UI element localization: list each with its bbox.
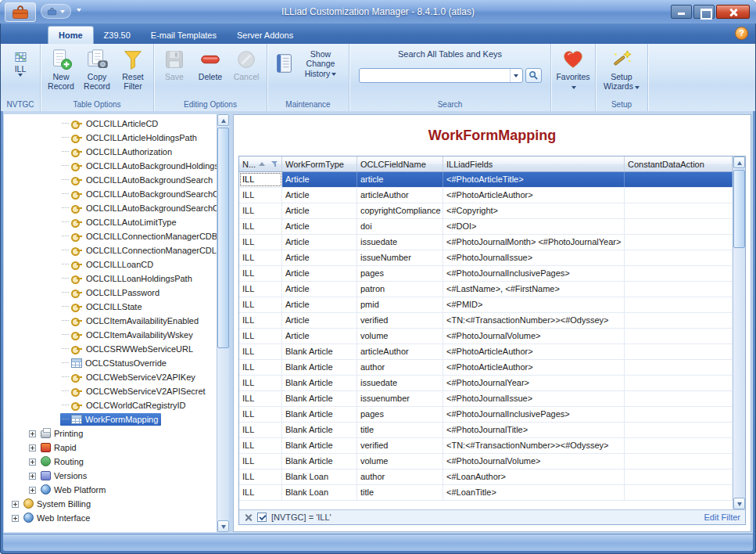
cell-constantdataaction[interactable] — [625, 188, 733, 203]
cell-workformtype[interactable]: Article — [282, 188, 357, 203]
cell-workformtype[interactable]: Article — [282, 250, 357, 265]
cell-illiadfields[interactable]: <#PhotoJournalMonth> <#PhotoJournalYear> — [443, 235, 625, 250]
cell-illiadfields[interactable]: <TN:<#TransactionNumber>><#Odyssey> — [443, 313, 625, 328]
scroll-down-button[interactable] — [733, 498, 745, 509]
table-row[interactable]: ILL Article copyrightCompliance <#Copyri… — [239, 203, 733, 219]
column-header[interactable]: ILLiadFields — [443, 156, 625, 171]
cell-workformtype[interactable]: Article — [282, 329, 357, 344]
qat-customize-arrow-icon[interactable] — [77, 9, 81, 12]
cell-illiadfields[interactable]: <#LoanAuthor> — [443, 469, 625, 484]
tree-item[interactable]: OCLCILLConnectionManagerCDB... — [4, 229, 217, 243]
ribbon-tab[interactable]: Home — [48, 26, 94, 44]
cell-constantdataaction[interactable] — [625, 344, 733, 359]
cell-constantdataaction[interactable] — [625, 313, 733, 328]
expander-icon[interactable] — [29, 430, 36, 437]
cell-workformtype[interactable]: Blank Article — [282, 391, 357, 406]
column-header[interactable]: WorkFormType — [282, 156, 357, 171]
cell-constantdataaction[interactable] — [625, 376, 733, 390]
favorites-button[interactable]: Favorites — [554, 45, 593, 92]
cell-oclcfieldname[interactable]: issuedate — [357, 376, 443, 390]
cell-constantdataaction[interactable] — [625, 485, 733, 500]
delete-button[interactable]: Delete — [192, 45, 228, 82]
column-header[interactable]: OCLCFieldName — [357, 156, 443, 171]
tree-item[interactable]: OCLCILLLoanHoldingsPath — [4, 272, 217, 286]
cell-oclcfieldname[interactable]: author — [357, 360, 443, 375]
tree-item[interactable]: OCLCILLAutoLimitType — [4, 215, 217, 229]
cell-oclcfieldname[interactable]: volume — [357, 454, 443, 469]
cell-workformtype[interactable]: Article — [282, 297, 357, 312]
cell-constantdataaction[interactable] — [625, 407, 733, 422]
cell-nvtgc[interactable]: ILL — [239, 438, 282, 453]
scroll-down-button[interactable] — [217, 520, 229, 532]
cell-constantdataaction[interactable] — [625, 454, 733, 469]
ribbon-tab[interactable]: Z39.50 — [94, 27, 141, 44]
search-combobox[interactable] — [359, 68, 523, 83]
grid-scrollbar[interactable] — [733, 156, 745, 509]
cell-nvtgc[interactable]: ILL — [239, 250, 282, 265]
cell-workformtype[interactable]: Blank Article — [282, 376, 357, 390]
cell-illiadfields[interactable]: <TN:<#TransactionNumber>><#Odyssey> — [443, 438, 625, 453]
cell-oclcfieldname[interactable]: title — [357, 423, 443, 437]
table-row[interactable]: ILL Article pmid <#PMID> — [239, 297, 733, 313]
cell-oclcfieldname[interactable]: author — [357, 469, 443, 484]
tree-item[interactable]: OCLCILLState — [4, 300, 217, 314]
cell-nvtgc[interactable]: ILL — [239, 344, 282, 359]
cell-constantdataaction[interactable] — [625, 423, 733, 437]
tree-item[interactable]: OCLCILLAutoBackgroundSearchO... — [4, 187, 217, 201]
cell-nvtgc[interactable]: ILL — [239, 376, 282, 390]
cell-nvtgc[interactable]: ILL — [239, 469, 282, 484]
tree-item[interactable]: OCLCILLAutoBackgroundSearch — [4, 173, 217, 187]
cell-workformtype[interactable]: Blank Article — [282, 438, 357, 453]
qat-dropdown-icon[interactable] — [60, 10, 65, 13]
table-row[interactable]: ILL Article doi <#DOI> — [239, 219, 733, 235]
help-button[interactable] — [735, 27, 748, 40]
tree-item[interactable]: System Billing — [4, 497, 217, 511]
column-header[interactable]: N... — [239, 156, 282, 171]
table-row[interactable]: ILL Blank Article articleAuthor <#PhotoA… — [239, 344, 733, 360]
cell-nvtgc[interactable]: ILL — [239, 203, 282, 218]
tree-item[interactable]: OCLCILLArticleCD — [4, 117, 217, 131]
cell-oclcfieldname[interactable]: pmid — [357, 297, 443, 312]
tree-item[interactable]: WorkFormMapping — [4, 412, 217, 426]
filter-enabled-checkbox[interactable] — [257, 513, 267, 522]
cell-constantdataaction[interactable] — [625, 438, 733, 453]
cell-oclcfieldname[interactable]: articleAuthor — [357, 188, 443, 203]
expander-icon[interactable] — [12, 515, 19, 522]
tree-item[interactable]: OCLCILLAutoBackgroundSearchO... — [4, 201, 217, 215]
cell-nvtgc[interactable]: ILL — [239, 485, 282, 500]
cell-illiadfields[interactable]: <#PhotoArticleAuthor> — [443, 344, 625, 359]
quick-access-toolbar[interactable] — [41, 4, 71, 19]
search-go-button[interactable] — [525, 68, 542, 83]
cell-illiadfields[interactable]: <#LoanTitle> — [443, 485, 625, 500]
cell-illiadfields[interactable]: <#LastName>, <#FirstName> — [443, 282, 625, 297]
cell-nvtgc[interactable]: ILL — [239, 172, 282, 187]
table-row[interactable]: ILL Blank Loan title <#LoanTitle> — [239, 485, 733, 501]
edit-filter-link[interactable]: Edit Filter — [704, 513, 740, 522]
cell-oclcfieldname[interactable]: articleAuthor — [357, 344, 443, 359]
copy-record-button[interactable]: Copy Record — [79, 45, 115, 92]
table-row[interactable]: ILL Blank Article verified <TN:<#Transac… — [239, 438, 733, 454]
scroll-thumb[interactable] — [217, 128, 229, 348]
cell-constantdataaction[interactable] — [625, 469, 733, 484]
table-row[interactable]: ILL Blank Article pages <#PhotoJournalIn… — [239, 407, 733, 423]
cell-illiadfields[interactable]: <#PhotoJournalVolume> — [443, 454, 625, 469]
table-row[interactable]: ILL Blank Loan author <#LoanAuthor> — [239, 469, 733, 485]
expander-icon[interactable] — [29, 459, 36, 466]
cell-workformtype[interactable]: Article — [282, 282, 357, 297]
cell-nvtgc[interactable]: ILL — [239, 407, 282, 422]
cell-constantdataaction[interactable] — [625, 391, 733, 406]
column-header[interactable]: ConstantDataAction — [625, 156, 733, 171]
cell-constantdataaction[interactable] — [625, 203, 733, 218]
ribbon-tab[interactable]: E-mail Templates — [141, 27, 227, 44]
setup-wizards-button[interactable]: Setup Wizards — [598, 45, 645, 92]
cell-illiadfields[interactable]: <#PhotoJournalIssue> — [443, 250, 625, 265]
tree-scrollbar[interactable] — [217, 114, 229, 532]
tree-item[interactable]: OCLCStatusOverride — [4, 356, 217, 370]
table-row[interactable]: ILL Blank Article author <#PhotoArticleA… — [239, 360, 733, 376]
save-button[interactable]: Save — [156, 45, 192, 82]
application-menu-button[interactable] — [5, 2, 36, 22]
expander-icon[interactable] — [12, 501, 19, 508]
reset-filter-button[interactable]: Reset Filter — [115, 45, 151, 92]
cell-workformtype[interactable]: Blank Loan — [282, 485, 357, 500]
cell-workformtype[interactable]: Article — [282, 235, 357, 250]
